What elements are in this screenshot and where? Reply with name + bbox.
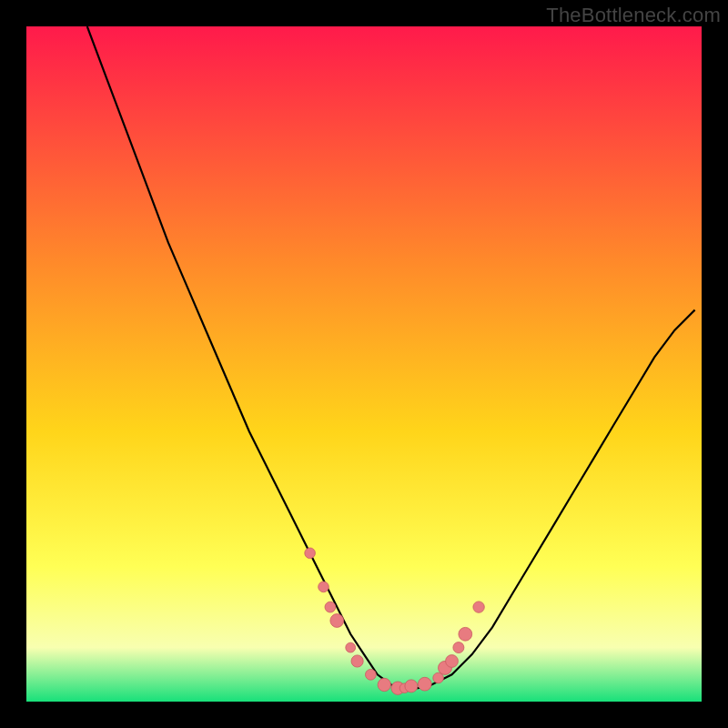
sample-dot — [346, 642, 356, 652]
gradient-background — [26, 26, 702, 702]
sample-dot — [453, 642, 464, 653]
bottleneck-chart — [26, 26, 702, 702]
sample-dot — [366, 669, 377, 680]
chart-frame — [26, 26, 702, 702]
sample-dot — [473, 602, 484, 612]
watermark-text: TheBottleneck.com — [546, 4, 721, 27]
sample-dot — [418, 677, 431, 691]
sample-dot — [351, 655, 363, 667]
sample-dot — [405, 680, 418, 693]
sample-dot — [305, 548, 316, 559]
sample-dot — [378, 678, 390, 691]
sample-dot — [325, 602, 336, 612]
sample-dot — [330, 614, 344, 628]
sample-dot — [318, 581, 329, 592]
sample-dot — [446, 655, 459, 668]
sample-dot — [459, 627, 472, 641]
